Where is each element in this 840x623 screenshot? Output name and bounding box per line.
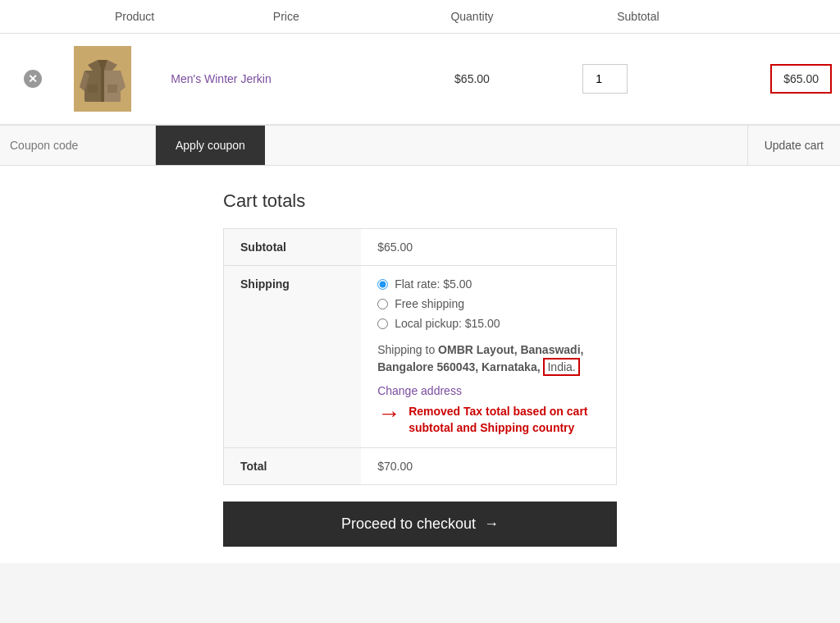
checkout-arrow-icon: → [484, 515, 499, 533]
subtotal-highlighted-value: $65.00 [770, 64, 832, 94]
remove-item-button[interactable]: ✕ [24, 70, 42, 88]
shipping-option-flat-label: Flat rate: $5.00 [395, 277, 472, 291]
shipping-row-value: Flat rate: $5.00 Free shipping Local pic… [361, 266, 616, 448]
checkout-section: Proceed to checkout → [0, 502, 840, 563]
total-row: Total $70.00 [224, 448, 617, 485]
subtotal-row: Subtotal $65.00 [224, 229, 617, 266]
shipping-options: Flat rate: $5.00 Free shipping Local pic… [377, 277, 600, 330]
col-header-price: Price [162, 0, 409, 34]
shipping-option-free-label: Free shipping [395, 297, 464, 310]
col-header-subtotal: Subtotal [535, 0, 676, 34]
total-row-label: Total [224, 448, 362, 485]
shipping-option-flat[interactable]: Flat rate: $5.00 [377, 277, 600, 291]
product-quantity-cell [535, 34, 676, 125]
svg-rect-10 [107, 85, 117, 93]
annotation-container: → Removed Tax total based on cart subtot… [377, 404, 600, 436]
annotation-text: Removed Tax total based on cart subtotal… [409, 404, 600, 436]
col-header-quantity: Quantity [409, 0, 534, 34]
shipping-option-local[interactable]: Local pickup: $15.00 [377, 317, 600, 330]
red-arrow-icon: → [377, 401, 400, 427]
shipping-to-text: Shipping to [377, 343, 435, 356]
shipping-radio-local[interactable] [377, 318, 388, 329]
update-cart-section: Update cart [747, 126, 840, 165]
col-header-product: Product [66, 0, 162, 34]
jacket-svg-icon [78, 50, 127, 108]
table-row: ✕ [0, 34, 840, 125]
shipping-radio-free[interactable] [377, 299, 388, 309]
shipping-radio-flat[interactable] [377, 279, 388, 290]
coupon-row: Apply coupon Update cart [0, 125, 840, 166]
coupon-section: Apply coupon [0, 126, 265, 165]
product-price-cell: $65.00 [409, 34, 534, 125]
coupon-code-input[interactable] [0, 126, 156, 165]
totals-table: Subtotal $65.00 Shipping Flat rate: $5.0… [223, 228, 617, 485]
shipping-option-local-label: Local pickup: $15.00 [395, 317, 500, 330]
remove-cell: ✕ [0, 34, 66, 125]
svg-rect-3 [101, 71, 104, 102]
product-image-cell [66, 34, 162, 125]
total-row-value: $70.00 [361, 448, 616, 485]
proceed-to-checkout-button[interactable]: Proceed to checkout → [223, 502, 617, 547]
shipping-option-free[interactable]: Free shipping [377, 297, 600, 310]
cart-totals: Cart totals Subtotal $65.00 Shipping [223, 190, 617, 485]
product-name-cell: Men's Winter Jerkin [162, 34, 409, 125]
shipping-row: Shipping Flat rate: $5.00 Free shipping [224, 266, 617, 448]
checkout-button-label: Proceed to checkout [341, 515, 476, 533]
update-cart-button[interactable]: Update cart [747, 126, 840, 165]
subtotal-row-label: Subtotal [224, 229, 362, 266]
subtotal-row-value: $65.00 [361, 229, 616, 266]
apply-coupon-button[interactable]: Apply coupon [156, 126, 265, 165]
col-header-remove [0, 0, 66, 34]
cart-totals-container: Cart totals Subtotal $65.00 Shipping [0, 166, 840, 502]
product-link[interactable]: Men's Winter Jerkin [171, 72, 271, 85]
cart-totals-title: Cart totals [223, 190, 617, 212]
cart-table: Product Price Quantity Subtotal ✕ [0, 0, 840, 125]
shipping-address: Shipping to OMBR Layout, Banaswadi, Bang… [377, 341, 600, 376]
svg-rect-9 [88, 85, 98, 93]
product-image [74, 46, 131, 112]
shipping-row-label: Shipping [224, 266, 362, 448]
change-address-link[interactable]: Change address [377, 384, 462, 397]
quantity-input[interactable] [582, 64, 628, 94]
product-subtotal-cell: $65.00 [676, 34, 840, 125]
shipping-address-country: India. [543, 358, 579, 376]
